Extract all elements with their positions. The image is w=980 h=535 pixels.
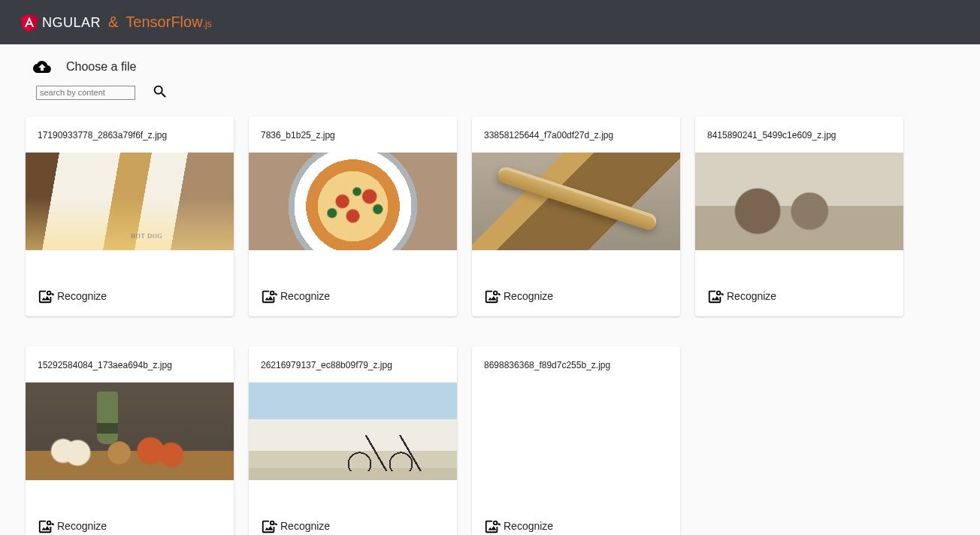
recognize-button[interactable]: Recognize: [261, 518, 330, 534]
recognize-label: Recognize: [280, 520, 330, 532]
image-card: 17190933778_2863a79f6f_z.jpg Recognize: [26, 116, 234, 316]
upload-control[interactable]: Choose a file: [33, 58, 948, 76]
card-thumbnail: [249, 153, 457, 250]
search-input[interactable]: [36, 86, 135, 100]
recognize-label: Recognize: [727, 290, 776, 302]
recognize-button[interactable]: Recognize: [484, 518, 553, 534]
recognize-label: Recognize: [280, 290, 330, 302]
search-control: [36, 83, 948, 101]
card-thumbnail: [26, 153, 234, 250]
image-search-icon: [38, 518, 54, 534]
card-filename: 7836_b1b25_z.jpg: [249, 116, 457, 153]
card-thumbnail: [26, 382, 234, 480]
image-search-icon: [261, 288, 277, 304]
image-card: 8415890241_5499c1e609_z.jpg Recognize: [695, 116, 903, 316]
image-search-icon: [707, 288, 724, 304]
image-card: 8698836368_f89d7c255b_z.jpg Recognize: [472, 346, 680, 535]
image-card: 15292584084_173aea694b_z.jpg Recognize: [26, 346, 234, 535]
card-filename: 17190933778_2863a79f6f_z.jpg: [26, 116, 234, 153]
image-card: 7836_b1b25_z.jpg Recognize: [249, 116, 457, 316]
image-search-icon: [484, 518, 501, 534]
content-area: Choose a file 17190933778_2863a79f6f_z.j…: [0, 44, 980, 535]
image-grid: 17190933778_2863a79f6f_z.jpg Recognize 7…: [26, 116, 948, 535]
brand-text: NGULAR & TensorFlow.js: [44, 14, 212, 31]
image-card: 33858125644_f7a00df27d_z.jpg Recognize: [472, 116, 680, 316]
card-thumbnail: [472, 153, 680, 250]
brand-separator: &: [108, 14, 118, 31]
app-header: NGULAR & TensorFlow.js: [0, 0, 980, 44]
recognize-label: Recognize: [57, 520, 107, 532]
card-filename: 8415890241_5499c1e609_z.jpg: [695, 116, 903, 153]
search-icon[interactable]: [152, 83, 170, 101]
recognize-button[interactable]: Recognize: [38, 288, 107, 304]
recognize-button[interactable]: Recognize: [261, 288, 330, 304]
recognize-button[interactable]: Recognize: [38, 518, 107, 534]
brand-tensorflow-text: TensorFlow.js: [126, 14, 211, 31]
image-search-icon: [484, 288, 501, 304]
recognize-label: Recognize: [504, 290, 553, 302]
recognize-button[interactable]: Recognize: [484, 288, 553, 304]
svg-marker-1: [29, 14, 38, 32]
card-thumbnail: [695, 153, 903, 250]
upload-label: Choose a file: [66, 60, 136, 74]
brand-logo: NGULAR & TensorFlow.js: [20, 13, 212, 32]
card-filename: 8698836368_f89d7c255b_z.jpg: [472, 346, 680, 382]
angular-shield-icon: [20, 13, 39, 32]
card-filename: 26216979137_ec88b09f79_z.jpg: [249, 346, 457, 382]
brand-angular-text: NGULAR: [42, 15, 101, 31]
image-search-icon: [38, 288, 54, 304]
card-filename: 15292584084_173aea694b_z.jpg: [26, 346, 234, 382]
cloud-upload-icon: [33, 58, 51, 76]
recognize-label: Recognize: [504, 520, 553, 532]
recognize-label: Recognize: [57, 290, 107, 302]
image-search-icon: [261, 518, 277, 534]
card-thumbnail: [249, 382, 457, 480]
recognize-button[interactable]: Recognize: [707, 288, 776, 304]
image-card: 26216979137_ec88b09f79_z.jpg Recognize: [249, 346, 457, 535]
card-filename: 33858125644_f7a00df27d_z.jpg: [472, 116, 680, 153]
